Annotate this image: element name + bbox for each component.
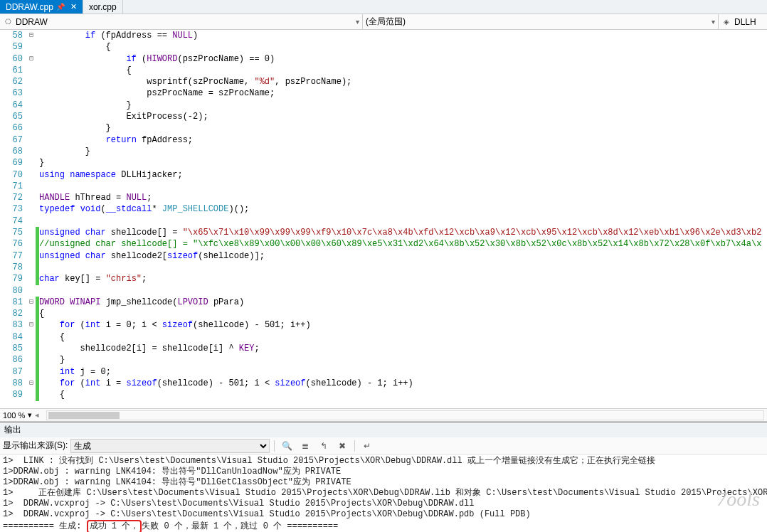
scope-nav: ⎔ DDRAW ▾ (全局范围) ▾ ◈ DLLH <box>0 14 767 30</box>
output-panel: 输出 显示输出来源(S): 生成 🔍 ≣ ↰ ✖ ↵ 1> LINK : 没有找… <box>0 422 767 532</box>
chevron-down-icon: ▾ <box>356 18 359 26</box>
scope-right-text: DLLH <box>734 17 756 27</box>
output-title: 输出 <box>0 422 767 437</box>
output-source-label: 显示输出来源(S): <box>3 440 68 452</box>
scope-dropdown-mid[interactable]: (全局范围) ▾ <box>363 14 719 29</box>
member-icon: ◈ <box>721 17 731 27</box>
fold-column[interactable]: ⊟⊟⊟⊟⊟ <box>27 30 36 401</box>
chevron-down-icon: ▾ <box>712 18 715 26</box>
find-icon[interactable]: 🔍 <box>279 439 295 453</box>
scope-dropdown-left[interactable]: ⎔ DDRAW ▾ <box>0 14 363 29</box>
wrap-icon[interactable]: ↵ <box>359 439 375 453</box>
code-body[interactable]: if (fpAddress == NULL) { if (HIWORD(pszP… <box>39 30 767 401</box>
scrollbar-thumb[interactable] <box>48 412 120 419</box>
module-icon: ⎔ <box>3 17 13 27</box>
scope-mid-text: (全局范围) <box>366 16 406 28</box>
scroll-arrow-left-icon[interactable]: ◂ <box>35 410 39 420</box>
scope-left-text: DDRAW <box>16 17 48 27</box>
pin-icon[interactable]: 📌 <box>56 3 65 11</box>
line-number-gutter: 5859606162636465666768697071727374757677… <box>0 30 27 401</box>
code-editor[interactable]: 5859606162636465666768697071727374757677… <box>0 30 767 408</box>
tab-xor[interactable]: xor.cpp <box>83 0 123 14</box>
tab-ddraw[interactable]: DDRAW.cpp 📌 ✕ <box>0 0 83 14</box>
output-text[interactable]: 1> LINK : 没有找到 C:\Users\test\Documents\V… <box>0 454 767 532</box>
chevron-down-icon[interactable]: ▾ <box>28 410 32 420</box>
zoom-bar: 100 % ▾ ◂ <box>0 409 767 422</box>
output-toolbar: 显示输出来源(S): 生成 🔍 ≣ ↰ ✖ ↵ <box>0 437 767 454</box>
zoom-level[interactable]: 100 % <box>3 411 25 420</box>
goto-icon[interactable]: ≣ <box>297 439 313 453</box>
horizontal-scrollbar[interactable] <box>46 410 764 420</box>
file-tabs: DDRAW.cpp 📌 ✕ xor.cpp <box>0 0 767 14</box>
tab-label: DDRAW.cpp <box>6 2 53 12</box>
scope-dropdown-right[interactable]: ◈ DLLH <box>719 14 767 29</box>
tab-label: xor.cpp <box>89 2 117 12</box>
output-source-select[interactable]: 生成 <box>70 439 270 453</box>
close-icon[interactable]: ✕ <box>70 2 77 11</box>
prev-icon[interactable]: ↰ <box>316 439 332 453</box>
clear-icon[interactable]: ✖ <box>334 439 350 453</box>
